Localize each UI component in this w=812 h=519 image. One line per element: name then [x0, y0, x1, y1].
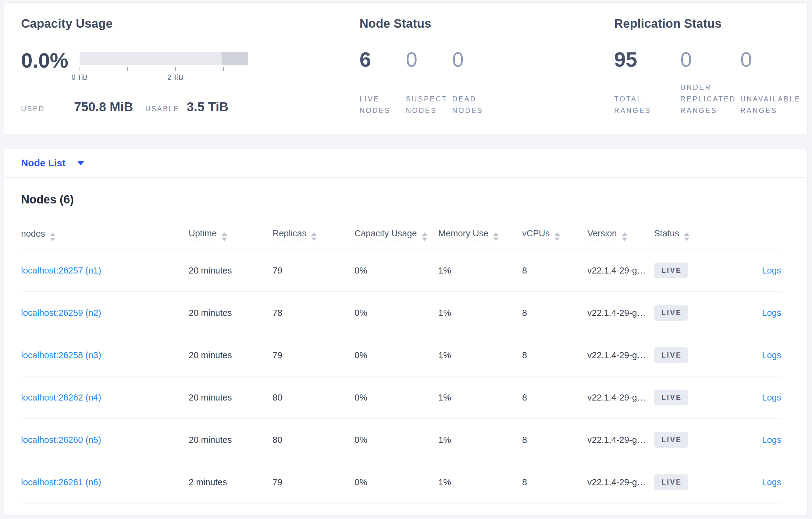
sort-icon[interactable] [311, 233, 317, 241]
suspect-nodes-label: SUSPECT NODES [406, 93, 452, 116]
status-badge: LIVE [654, 305, 688, 321]
suspect-nodes-stat: 0 SUSPECT NODES [406, 48, 452, 116]
uptime-cell: 2 minutes [189, 461, 272, 503]
memory-cell: 1% [438, 461, 522, 503]
sort-icon[interactable] [222, 233, 227, 241]
usable-label: USABLE [145, 105, 179, 113]
column-header-nodes[interactable]: nodes [21, 229, 45, 241]
capacity-bar-other-segment [222, 52, 248, 65]
live-nodes-value: 6 [359, 48, 406, 71]
capacity-usage-title: Capacity Usage [21, 17, 359, 30]
replicas-cell: 79 [272, 249, 354, 292]
memory-cell: 1% [438, 419, 522, 461]
replication-status-section: Replication Status 95 TOTAL RANGES 0 UND… [614, 17, 807, 134]
version-cell: v22.1.4-29-g… [587, 334, 654, 376]
memory-cell: 1% [438, 249, 522, 292]
sort-icon[interactable] [422, 233, 427, 241]
uptime-cell: 20 minutes [189, 334, 272, 376]
sort-icon[interactable] [50, 233, 56, 241]
capacity-cell: 0% [354, 376, 438, 419]
node-status-section: Node Status 6 LIVE NODES 0 SUSPECT NODES… [359, 17, 614, 134]
dead-nodes-stat: 0 DEAD NODES [452, 48, 501, 116]
total-ranges-stat: 95 TOTAL RANGES [614, 48, 680, 116]
node-list-dropdown-label: Node List [21, 157, 65, 169]
sort-icon[interactable] [493, 233, 499, 241]
column-header-replicas[interactable]: Replicas [272, 228, 306, 241]
logs-link[interactable]: Logs [762, 308, 781, 318]
replicas-cell: 78 [272, 292, 354, 334]
version-cell: v22.1.4-29-g… [587, 292, 654, 334]
db-console-overview-page: Capacity Usage 0.0% 0 TiB 2 TiB [0, 0, 812, 519]
nodes-table: nodes Uptime Replicas Capacity Usage Mem… [21, 219, 781, 503]
capacity-cell: 0% [354, 334, 438, 376]
node-link[interactable]: localhost:26258 (n3) [21, 350, 101, 360]
vcpus-cell: 8 [522, 292, 587, 334]
chevron-down-icon [77, 161, 84, 165]
sort-icon[interactable] [684, 233, 690, 241]
node-link[interactable]: localhost:26261 (n6) [21, 477, 101, 487]
capacity-axis-ticks [80, 67, 248, 71]
sort-icon[interactable] [622, 233, 627, 241]
unavailable-ranges-label: UNAVAILABLE RANGES [741, 93, 807, 116]
capacity-used-usable-row: USED 750.8 MiB USABLE 3.5 TiB [21, 100, 359, 114]
node-link[interactable]: localhost:26257 (n1) [21, 266, 101, 275]
replication-status-stats: 95 TOTAL RANGES 0 UNDER-REPLICATED RANGE… [614, 48, 807, 116]
column-header-status[interactable]: Status [654, 228, 679, 241]
axis-tick [223, 67, 224, 71]
capacity-bar: 0 TiB 2 TiB [80, 52, 248, 82]
used-value: 750.8 MiB [74, 100, 133, 114]
uptime-cell: 20 minutes [189, 376, 272, 419]
vcpus-cell: 8 [522, 419, 587, 461]
memory-cell: 1% [438, 292, 522, 334]
dead-nodes-label: DEAD NODES [452, 93, 492, 116]
status-badge: LIVE [654, 432, 688, 448]
logs-link[interactable]: Logs [762, 266, 781, 275]
replicas-cell: 79 [272, 461, 354, 503]
logs-link[interactable]: Logs [762, 350, 781, 360]
sort-icon[interactable] [554, 233, 560, 241]
vcpus-cell: 8 [522, 461, 587, 503]
cluster-summary-card: Capacity Usage 0.0% 0 TiB 2 TiB [4, 2, 808, 134]
status-badge: LIVE [654, 474, 688, 490]
live-nodes-label: LIVE NODES [359, 93, 399, 116]
table-header-row: nodes Uptime Replicas Capacity Usage Mem… [21, 219, 781, 249]
capacity-gauge: 0.0% 0 TiB 2 TiB [21, 49, 359, 82]
column-header-vcpus[interactable]: vCPUs [522, 228, 550, 241]
logs-link[interactable]: Logs [762, 477, 781, 487]
unavailable-ranges-stat: 0 UNAVAILABLE RANGES [741, 48, 807, 116]
column-header-uptime[interactable]: Uptime [189, 228, 217, 241]
table-row: localhost:26261 (n6) 2 minutes 79 0% 1% … [21, 461, 781, 503]
nodes-table-card: Nodes (6) nodes Uptime Replicas Capacity… [4, 178, 808, 515]
used-label: USED [21, 105, 45, 113]
node-status-stats: 6 LIVE NODES 0 SUSPECT NODES 0 DEAD NODE… [359, 48, 614, 116]
column-header-capacity-usage[interactable]: Capacity Usage [354, 228, 417, 241]
node-list-dropdown[interactable]: Node List [21, 157, 84, 169]
replication-status-title: Replication Status [614, 17, 807, 30]
table-row: localhost:26257 (n1) 20 minutes 79 0% 1%… [21, 249, 781, 292]
axis-tick [175, 67, 176, 71]
vcpus-cell: 8 [522, 334, 587, 376]
table-row: localhost:26260 (n5) 20 minutes 80 0% 1%… [21, 419, 781, 461]
logs-link[interactable]: Logs [762, 393, 781, 402]
node-link[interactable]: localhost:26259 (n2) [21, 308, 101, 318]
replicas-cell: 80 [272, 376, 354, 419]
column-header-version[interactable]: Version [587, 228, 617, 241]
node-link[interactable]: localhost:26262 (n4) [21, 393, 101, 402]
capacity-cell: 0% [354, 249, 438, 292]
column-header-memory-use[interactable]: Memory Use [438, 228, 488, 241]
replicas-cell: 80 [272, 419, 354, 461]
node-link[interactable]: localhost:26260 (n5) [21, 435, 101, 445]
uptime-cell: 20 minutes [189, 249, 272, 292]
total-ranges-label: TOTAL RANGES [614, 93, 660, 116]
logs-link[interactable]: Logs [762, 435, 781, 445]
axis-tick-label: 0 TiB [71, 73, 87, 82]
under-replicated-ranges-label: UNDER-REPLICATED RANGES [680, 82, 740, 116]
vcpus-cell: 8 [522, 376, 587, 419]
version-cell: v22.1.4-29-g… [587, 249, 654, 292]
memory-cell: 1% [438, 376, 522, 419]
table-row: localhost:26259 (n2) 20 minutes 78 0% 1%… [21, 292, 781, 334]
under-replicated-ranges-value: 0 [680, 48, 741, 71]
capacity-cell: 0% [354, 292, 438, 334]
version-cell: v22.1.4-29-g… [587, 461, 654, 503]
status-badge: LIVE [654, 263, 688, 278]
